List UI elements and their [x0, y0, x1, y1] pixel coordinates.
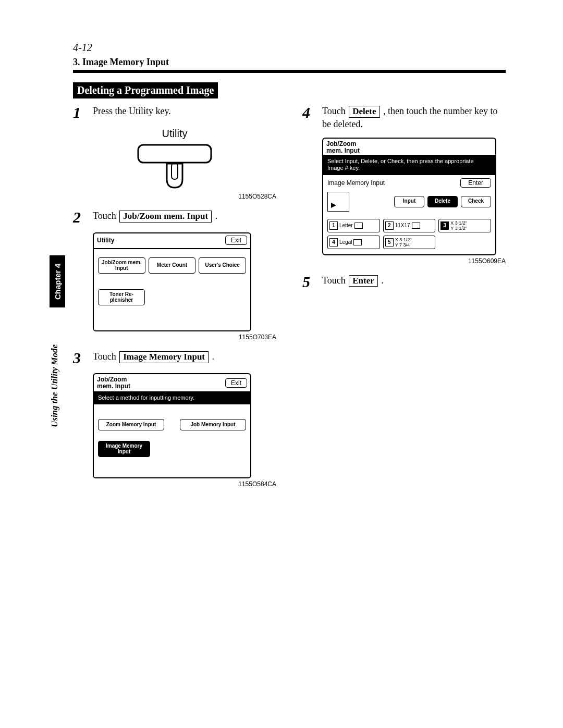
step-5: 5 Touch Enter .: [302, 274, 506, 290]
text: Touch: [322, 275, 348, 286]
step-number: 5: [302, 274, 315, 290]
text: .: [215, 211, 218, 221]
step-number: 4: [302, 105, 315, 130]
step-4: 4 Touch Delete , then touch the number k…: [302, 105, 506, 130]
orientation-icon: [412, 223, 420, 229]
step-text: Touch Delete , then touch the number key…: [322, 105, 506, 130]
input-mode-button[interactable]: Input: [394, 196, 424, 207]
step-3: 3 Touch Image Memory Input .: [73, 350, 276, 366]
orientation-icon: [354, 223, 363, 229]
image-memory-input-button[interactable]: Image Memory Input: [98, 441, 150, 457]
figure-caption: 1155O528CA: [93, 193, 276, 200]
arrow-right-icon: [331, 203, 336, 208]
screen-message: Select a method for inputting memory.: [94, 391, 250, 404]
slot-number: 4: [329, 238, 338, 246]
chapter-tab: Chapter 4: [50, 255, 65, 307]
slot-number: 5: [385, 238, 394, 246]
utility-key-label: Utility: [128, 128, 222, 140]
image-slot-5[interactable]: 5 X 5 1/2" Y 7 3/4": [383, 236, 436, 249]
text: Touch: [93, 351, 118, 362]
running-side-text: Using the Utility Mode: [50, 313, 60, 427]
utility-key-figure: Utility: [128, 128, 222, 192]
image-memory-input-key: Image Memory Input: [119, 351, 209, 363]
job-memory-input-button[interactable]: Job Memory Input: [180, 419, 246, 430]
screen-title: Job/Zoom mem. Input: [97, 376, 130, 389]
image-slot-3[interactable]: 3 X 3 1/2" Y 3 1/2": [438, 219, 491, 232]
image-slot-4[interactable]: 4 Legal: [327, 236, 380, 249]
slot-number: 2: [385, 221, 394, 230]
page-icon: [327, 192, 349, 212]
text: Touch: [93, 211, 118, 221]
users-choice-button[interactable]: User's Choice: [199, 257, 246, 274]
slot-number: 1: [329, 221, 338, 230]
finger-press-icon: [128, 143, 222, 190]
figure-caption: 1155O584CA: [93, 480, 276, 488]
utility-screen: Utility Exit Job/Zoom mem. Input Meter C…: [93, 232, 251, 331]
slot-number: 3: [440, 221, 449, 230]
text: .: [381, 275, 384, 286]
slot-label: 11X17: [395, 223, 410, 228]
exit-button[interactable]: Exit: [225, 236, 247, 245]
page-number: 4-12: [73, 42, 506, 54]
orientation-icon: [353, 239, 362, 245]
jobzoom-screen: Job/Zoom mem. Input Exit Select a method…: [93, 373, 251, 478]
step-text: Touch Image Memory Input .: [93, 350, 276, 366]
step-2: 2 Touch Job/Zoom mem. Input .: [73, 209, 276, 225]
enter-key: Enter: [349, 275, 378, 287]
slot-label: X 5 1/2" Y 7 3/4": [395, 237, 412, 248]
step-number: 1: [73, 105, 85, 120]
enter-button[interactable]: Enter: [460, 178, 491, 188]
mode-label: Image Memory Input: [327, 179, 385, 187]
slot-label: Letter: [339, 223, 353, 228]
image-slot-empty: [438, 236, 491, 249]
step-text: Touch Job/Zoom mem. Input .: [93, 209, 276, 225]
jobzoom-mem-input-button[interactable]: Job/Zoom mem. Input: [98, 257, 145, 274]
topic-heading: Deleting a Programmed Image: [73, 82, 218, 98]
jobzoom-input-key: Job/Zoom mem. Input: [119, 211, 212, 223]
slot-label: X 3 1/2" Y 3 1/2": [450, 220, 467, 231]
divider: [94, 248, 250, 249]
slot-label: Legal: [339, 239, 352, 245]
svg-rect-0: [138, 145, 211, 163]
figure-caption: 1155O609EA: [322, 257, 506, 265]
section-heading: 3. Image Memory Input: [73, 57, 506, 68]
zoom-memory-input-button[interactable]: Zoom Memory Input: [98, 419, 164, 430]
exit-button[interactable]: Exit: [225, 378, 247, 388]
screen-title: Job/Zoom mem. Input: [326, 141, 360, 154]
text: .: [212, 351, 215, 362]
delete-mode-button[interactable]: Delete: [427, 196, 458, 207]
step-1: 1 Press the Utility key.: [73, 105, 276, 120]
text: Touch: [322, 106, 348, 116]
meter-count-button[interactable]: Meter Count: [149, 257, 196, 274]
step-text: Touch Enter .: [322, 274, 506, 290]
step-number: 3: [73, 350, 85, 366]
figure-caption: 1155O703EA: [93, 334, 276, 341]
image-slot-2[interactable]: 2 11X17: [383, 219, 436, 232]
image-slot-1[interactable]: 1 Letter: [327, 219, 380, 232]
screen-message: Select Input, Delete, or Check, then pre…: [323, 155, 495, 175]
toner-replenisher-button[interactable]: Toner Re- plenisher: [98, 289, 145, 305]
check-mode-button[interactable]: Check: [461, 196, 491, 207]
step-text: Press the Utility key.: [93, 105, 276, 120]
step-number: 2: [73, 209, 85, 225]
screen-title: Utility: [97, 237, 114, 244]
image-memory-input-screen: Job/Zoom mem. Input Select Input, Delete…: [322, 138, 496, 255]
header-rule: [73, 70, 506, 73]
delete-key: Delete: [349, 106, 380, 118]
